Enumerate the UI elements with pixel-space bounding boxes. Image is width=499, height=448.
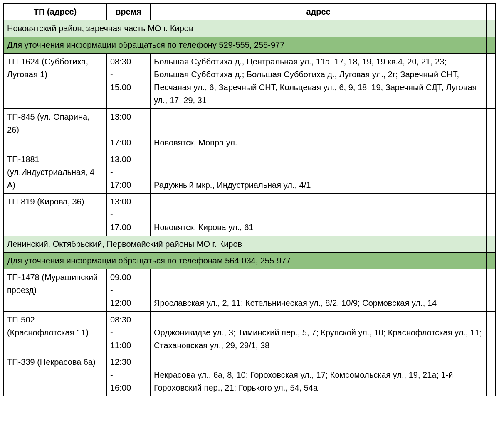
table-row: ТП-502 (Краснофлотская 11)08:30-11:00Орд… [4, 312, 496, 354]
time-dash: - [110, 326, 147, 339]
col-header-addr: адрес [151, 4, 487, 20]
time-to: 17:00 [110, 179, 147, 192]
tp-cell: ТП-1881 (ул.Индустриальная, 4 А) [4, 151, 107, 194]
col-header-time: время [107, 4, 151, 20]
table-row: ТП-1881 (ул.Индустриальная, 4 А)13:00-17… [4, 151, 496, 194]
district-slim [487, 236, 496, 253]
address-cell: Ярославская ул., 2, 11; Котельническая у… [151, 269, 487, 312]
time-dash: - [110, 284, 147, 297]
time-from: 08:30 [110, 313, 147, 326]
contact-label: Для уточнения информации обращаться по т… [4, 253, 487, 269]
row-slim [487, 354, 496, 396]
time-from: 13:00 [110, 195, 147, 208]
address-cell: Нововятск, Кирова ул., 61 [151, 194, 487, 236]
table-row: ТП-1624 (Субботиха, Луговая 1)08:30-15:0… [4, 54, 496, 109]
district-row: Ленинский, Октябрьский, Первомайский рай… [4, 236, 496, 253]
contact-label: Для уточнения информации обращаться по т… [4, 37, 487, 54]
time-cell: 08:30-15:00 [107, 54, 151, 109]
time-dash: - [110, 123, 147, 136]
tp-cell: ТП-819 (Кирова, 36) [4, 194, 107, 236]
time-cell: 13:00-17:00 [107, 194, 151, 236]
address-cell: Некрасова ул., 6а, 8, 10; Гороховская ул… [151, 354, 487, 396]
time-to: 15:00 [110, 81, 147, 94]
time-cell: 09:00-12:00 [107, 269, 151, 312]
time-from: 09:00 [110, 271, 147, 284]
address-cell: Большая Субботиха д., Центральная ул., 1… [151, 54, 487, 109]
district-slim [487, 20, 496, 37]
time-dash: - [110, 166, 147, 179]
address-cell: Орджоникидзе ул., 3; Тиминский пер., 5, … [151, 312, 487, 354]
table-row: ТП-845 (ул. Опарина, 26)13:00-17:00Новов… [4, 109, 496, 151]
district-label: Нововятский район, заречная часть МО г. … [4, 20, 487, 37]
table-row: ТП-819 (Кирова, 36)13:00-17:00Нововятск,… [4, 194, 496, 236]
col-header-empty [487, 4, 496, 20]
row-slim [487, 54, 496, 109]
table-row: ТП-1478 (Мурашинский проезд)09:00-12:00Я… [4, 269, 496, 312]
row-slim [487, 151, 496, 194]
time-to: 17:00 [110, 221, 147, 234]
time-to: 16:00 [110, 382, 147, 394]
tp-cell: ТП-845 (ул. Опарина, 26) [4, 109, 107, 151]
time-from: 12:30 [110, 356, 147, 369]
time-dash: - [110, 68, 147, 81]
district-label: Ленинский, Октябрьский, Первомайский рай… [4, 236, 487, 253]
row-slim [487, 109, 496, 151]
time-dash: - [110, 369, 147, 382]
time-dash: - [110, 208, 147, 221]
contact-row: Для уточнения информации обращаться по т… [4, 253, 496, 269]
district-row: Нововятский район, заречная часть МО г. … [4, 20, 496, 37]
tp-cell: ТП-502 (Краснофлотская 11) [4, 312, 107, 354]
time-cell: 12:30-16:00 [107, 354, 151, 396]
tp-cell: ТП-1624 (Субботиха, Луговая 1) [4, 54, 107, 109]
time-cell: 13:00-17:00 [107, 151, 151, 194]
tp-cell: ТП-1478 (Мурашинский проезд) [4, 269, 107, 312]
tp-cell: ТП-339 (Некрасова 6а) [4, 354, 107, 396]
contact-slim [487, 37, 496, 54]
table-header-row: ТП (адрес) время адрес [4, 4, 496, 20]
row-slim [487, 312, 496, 354]
address-cell: Нововятск, Мопра ул. [151, 109, 487, 151]
table-row: ТП-339 (Некрасова 6а)12:30-16:00Некрасов… [4, 354, 496, 396]
time-from: 13:00 [110, 153, 147, 166]
row-slim [487, 194, 496, 236]
time-from: 13:00 [110, 111, 147, 123]
row-slim [487, 269, 496, 312]
time-cell: 13:00-17:00 [107, 109, 151, 151]
time-to: 11:00 [110, 339, 147, 352]
time-to: 12:00 [110, 297, 147, 310]
time-to: 17:00 [110, 136, 147, 149]
address-cell: Радужный мкр., Индустриальная ул., 4/1 [151, 151, 487, 194]
outage-table: ТП (адрес) время адрес Нововятский район… [3, 3, 496, 396]
col-header-tp: ТП (адрес) [4, 4, 107, 20]
time-from: 08:30 [110, 55, 147, 68]
contact-row: Для уточнения информации обращаться по т… [4, 37, 496, 54]
time-cell: 08:30-11:00 [107, 312, 151, 354]
contact-slim [487, 253, 496, 269]
